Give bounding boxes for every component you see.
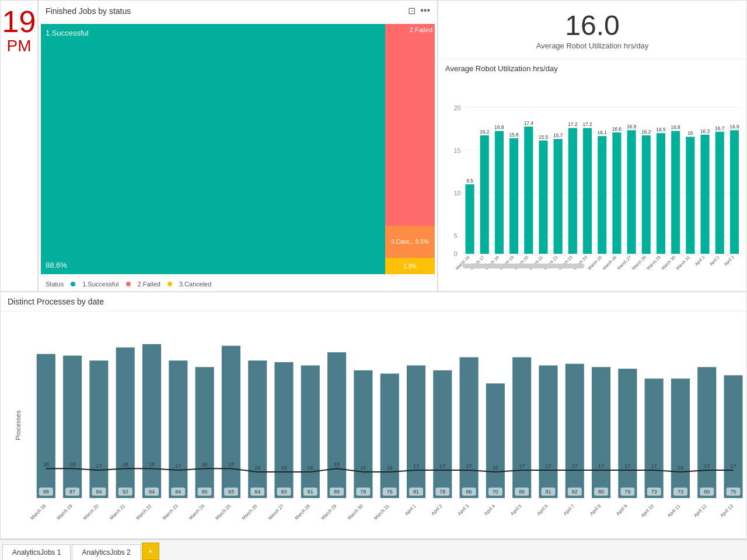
svg-text:April 4: April 4 [483,503,497,517]
svg-rect-19 [509,138,518,254]
svg-text:81: 81 [308,489,313,495]
svg-rect-28 [554,139,563,254]
svg-text:15.8: 15.8 [509,132,519,138]
expand-icon[interactable]: ⊡ [408,5,416,16]
tab-add-button[interactable]: + [142,542,159,560]
svg-text:18: 18 [149,461,155,467]
svg-text:16.9: 16.9 [729,124,739,130]
svg-text:April 1: April 1 [693,254,706,267]
svg-text:84: 84 [96,489,102,495]
processes-chart-area: Processes 8818March 188718March 198417Ma… [1,312,746,538]
svg-rect-183 [645,379,664,498]
svg-text:75: 75 [731,489,736,495]
svg-rect-198 [724,375,742,498]
svg-rect-58 [700,135,709,254]
svg-text:5: 5 [454,233,458,239]
svg-rect-108 [248,360,267,498]
svg-text:70: 70 [493,489,498,495]
svg-text:17: 17 [175,463,181,469]
svg-text:17: 17 [545,463,551,469]
svg-rect-178 [618,369,637,498]
svg-text:93: 93 [228,489,234,495]
svg-text:April 13: April 13 [719,503,734,519]
svg-text:March 21: March 21 [109,503,126,521]
svg-rect-143 [433,370,452,498]
svg-text:17: 17 [651,463,657,469]
svg-text:73: 73 [651,489,657,495]
svg-text:17: 17 [731,463,736,469]
utilization-panel: 16.0 Average Robot Utilization hrs/day A… [438,0,747,292]
svg-text:April 7: April 7 [563,503,576,517]
svg-text:16: 16 [308,465,313,471]
svg-rect-55 [686,136,694,254]
processes-panel: Distinct Processes by date Processes 881… [0,292,747,539]
svg-text:March 30: March 30 [660,254,676,271]
svg-text:17.2: 17.2 [568,121,578,127]
tab-analytics-2[interactable]: AnalyticsJobs 2 [72,544,140,560]
canceled-label: 3.Canc... [391,239,414,245]
treemap-success-block: 1.Successful 88.6% [41,24,385,274]
svg-rect-88 [142,344,161,498]
svg-rect-68 [37,354,55,498]
svg-rect-113 [274,362,293,498]
svg-text:17: 17 [572,463,578,469]
svg-text:87: 87 [69,489,75,495]
legend-dot-failed [126,282,131,286]
svg-text:17: 17 [466,463,472,469]
panel-icons: ⊡ ••• [408,5,430,16]
treemap-small-block: 1.9% [385,258,435,274]
svg-rect-61 [715,132,724,254]
svg-text:17: 17 [439,463,445,469]
svg-rect-173 [592,367,610,498]
svg-text:17: 17 [624,463,630,469]
tab-analytics-1[interactable]: AnalyticsJobs 1 [2,544,71,560]
more-icon[interactable]: ••• [420,5,430,16]
svg-rect-103 [222,346,240,498]
svg-text:73: 73 [678,489,683,495]
big-label: Average Robot Utilization hrs/day [447,41,738,50]
small-pct: 1.9% [403,263,417,270]
svg-text:March 20: March 20 [82,503,100,521]
svg-text:17: 17 [413,463,419,469]
svg-rect-193 [697,367,716,498]
svg-text:April 8: April 8 [589,503,602,517]
svg-rect-83 [116,348,135,498]
svg-text:March 24: March 24 [188,503,205,521]
svg-text:April 2: April 2 [430,503,444,517]
svg-text:March 31: March 31 [675,254,691,271]
svg-rect-10 [465,184,474,254]
svg-text:94: 94 [149,489,155,495]
svg-text:81: 81 [545,489,551,495]
svg-text:16: 16 [360,465,366,471]
svg-text:17.2: 17.2 [582,121,592,127]
legend-failed-label: 2.Failed [138,281,160,288]
svg-rect-67 [462,264,584,268]
svg-text:92: 92 [123,489,128,495]
svg-text:16.9: 16.9 [627,124,637,130]
svg-rect-93 [169,360,187,498]
svg-text:16: 16 [678,465,683,471]
processes-y-label: Processes [15,410,22,440]
svg-text:15.7: 15.7 [553,132,563,138]
legend-canceled-label: 3.Canceled [179,281,212,288]
svg-text:April 10: April 10 [640,503,655,519]
svg-rect-128 [354,370,372,498]
svg-text:16: 16 [281,465,287,471]
svg-text:March 25: March 25 [587,254,603,271]
svg-text:March 19: March 19 [56,503,74,521]
svg-text:April 3: April 3 [457,503,470,517]
svg-text:18: 18 [69,461,75,467]
svg-rect-25 [539,141,547,254]
svg-rect-158 [512,357,531,498]
svg-text:89: 89 [334,489,340,495]
svg-text:16: 16 [687,130,693,136]
svg-text:March 26: March 26 [241,503,259,521]
svg-text:80: 80 [598,489,604,495]
svg-text:84: 84 [175,489,181,495]
top-row: 19 PM Finished Jobs by status ⊡ ••• 1.Su… [0,0,747,292]
svg-text:16: 16 [493,465,498,471]
treemap-right-col: 2.Failed 3.Canc... 9.5% 1.9% [385,24,435,274]
svg-text:9.5: 9.5 [466,178,473,184]
time-panel: 19 PM [0,0,38,292]
svg-rect-31 [568,128,577,254]
